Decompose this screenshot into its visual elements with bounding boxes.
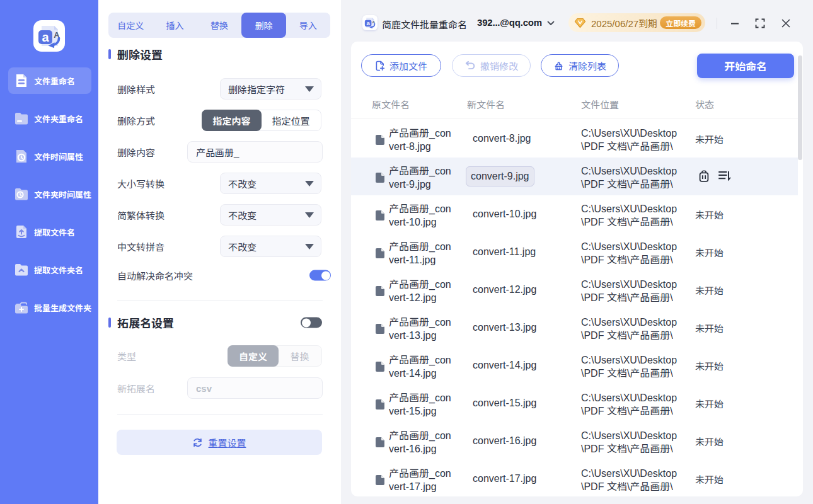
svg-text:a: a	[42, 30, 49, 44]
svg-text:a: a	[366, 20, 370, 26]
